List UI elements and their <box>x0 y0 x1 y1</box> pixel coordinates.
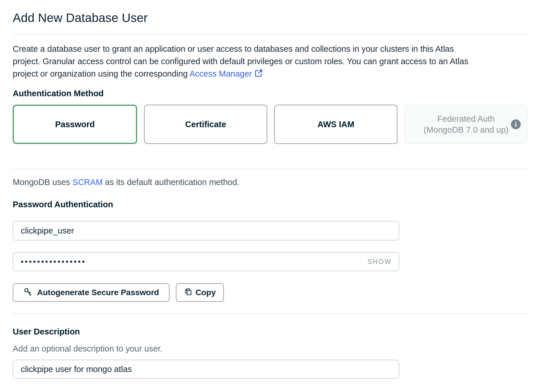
password-field-wrapper: SHOW <box>13 252 399 271</box>
add-database-user-panel: Add New Database User Create a database … <box>0 10 534 392</box>
scram-note-prefix: MongoDB uses <box>13 177 72 187</box>
autogenerate-password-label: Autogenerate Secure Password <box>37 288 159 297</box>
username-field-wrapper <box>13 221 399 241</box>
copy-label: Copy <box>196 288 216 297</box>
intro-line-3: project or organization using the corres… <box>13 68 528 81</box>
auth-method-options: Password Certificate AWS IAM Federated A… <box>13 105 528 144</box>
auth-option-password[interactable]: Password <box>13 105 137 144</box>
user-description-input[interactable] <box>13 360 399 379</box>
key-icon <box>23 287 32 298</box>
autogenerate-password-button[interactable]: Autogenerate Secure Password <box>13 283 170 302</box>
scram-note-suffix: as its default authentication method. <box>103 177 239 187</box>
page-title: Add New Database User <box>13 10 528 25</box>
user-description-heading: User Description <box>13 327 528 336</box>
copy-icon <box>184 287 193 298</box>
auth-option-aws-iam-label: AWS IAM <box>317 120 354 129</box>
auth-option-aws-iam[interactable]: AWS IAM <box>274 105 397 144</box>
federated-auth-line-2: (MongoDB 7.0 and up) <box>423 125 508 134</box>
intro-paragraph: Create a database user to grant an appli… <box>13 43 528 81</box>
username-input[interactable] <box>13 221 399 241</box>
user-description-hint: Add an optional description to your user… <box>13 343 528 354</box>
auth-option-password-label: Password <box>55 120 95 129</box>
info-icon[interactable]: i <box>511 119 521 129</box>
access-manager-link[interactable]: Access Manager <box>189 69 252 78</box>
divider <box>13 313 528 314</box>
show-password-button[interactable]: SHOW <box>367 258 392 266</box>
external-link-icon <box>254 69 263 81</box>
password-authentication-heading: Password Authentication <box>13 199 528 209</box>
scram-note: MongoDB uses SCRAM as its default authen… <box>13 177 528 187</box>
intro-line-1: Create a database user to grant an appli… <box>13 43 528 55</box>
authentication-method-heading: Authentication Method <box>13 88 528 98</box>
divider <box>13 34 528 34</box>
password-input[interactable] <box>13 252 399 271</box>
auth-option-certificate[interactable]: Certificate <box>144 105 267 144</box>
description-field-wrapper <box>13 360 399 379</box>
auth-option-federated-auth-label: Federated Auth (MongoDB 7.0 and up) <box>423 113 508 135</box>
divider <box>13 169 528 169</box>
intro-line-3-text: project or organization using the corres… <box>13 69 189 78</box>
intro-line-2: project. Granular access control can be … <box>13 55 528 68</box>
scram-link[interactable]: SCRAM <box>72 177 103 187</box>
auth-option-certificate-label: Certificate <box>185 120 226 129</box>
copy-password-button[interactable]: Copy <box>176 283 224 302</box>
password-actions: Autogenerate Secure Password Copy <box>13 283 528 302</box>
auth-option-federated-auth: Federated Auth (MongoDB 7.0 and up) i <box>404 105 528 144</box>
federated-auth-line-1: Federated Auth <box>437 114 495 123</box>
